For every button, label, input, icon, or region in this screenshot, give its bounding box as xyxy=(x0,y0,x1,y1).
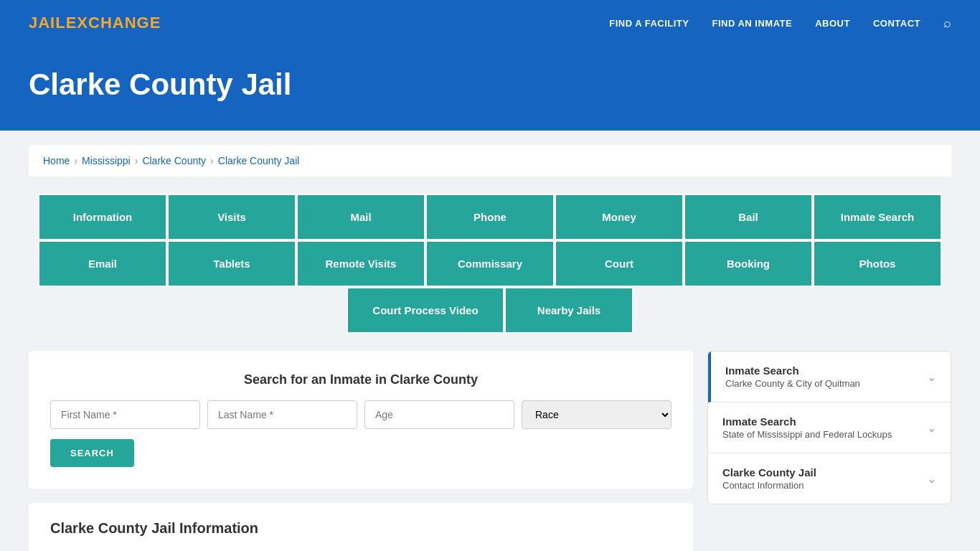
logo-jail: JAIL xyxy=(29,14,66,32)
search-title: Search for an Inmate in Clarke County xyxy=(50,372,672,387)
nav-find-facility[interactable]: FIND A FACILITY xyxy=(609,18,689,29)
grid-row-3: Court Process Video Nearby Jails xyxy=(29,287,951,334)
last-name-input[interactable] xyxy=(207,400,357,429)
btn-bail[interactable]: Bail xyxy=(684,194,813,240)
main-layout: Search for an Inmate in Clarke County Ra… xyxy=(29,351,951,551)
btn-information[interactable]: Information xyxy=(38,194,167,240)
category-button-grid: Information Visits Mail Phone Money Bail… xyxy=(29,194,951,334)
sidebar-item-local-text: Inmate Search Clarke County & City of Qu… xyxy=(725,364,860,389)
btn-photos[interactable]: Photos xyxy=(813,240,942,287)
btn-court[interactable]: Court xyxy=(555,240,684,287)
btn-nearby-jails[interactable]: Nearby Jails xyxy=(504,287,633,334)
btn-commissary[interactable]: Commissary xyxy=(425,240,555,287)
chevron-down-icon-1: ⌄ xyxy=(927,370,936,384)
info-section-title: Clarke County Jail Information xyxy=(50,520,672,537)
btn-remote-visits[interactable]: Remote Visits xyxy=(296,240,425,287)
search-fields: Race White Black Hispanic Asian Other xyxy=(50,400,672,429)
btn-mail[interactable]: Mail xyxy=(296,194,425,240)
sidebar-card: Inmate Search Clarke County & City of Qu… xyxy=(707,351,951,504)
grid-row-1: Information Visits Mail Phone Money Bail… xyxy=(29,194,951,240)
navbar: JAILEXCHANGE FIND A FACILITY FIND AN INM… xyxy=(0,0,980,46)
sidebar-item-contact-info[interactable]: Clarke County Jail Contact Information ⌄ xyxy=(708,453,951,504)
breadcrumb-sep-3: › xyxy=(210,155,214,166)
sidebar-item-contact-title: Clarke County Jail xyxy=(722,466,816,479)
btn-money[interactable]: Money xyxy=(555,194,684,240)
hero-section: Clarke County Jail xyxy=(0,46,980,131)
first-name-input[interactable] xyxy=(50,400,200,429)
sidebar-item-state-title: Inmate Search xyxy=(722,415,892,428)
logo-exchange: EXCHANGE xyxy=(66,14,161,32)
btn-booking[interactable]: Booking xyxy=(684,240,813,287)
nav-find-inmate[interactable]: FIND AN INMATE xyxy=(712,18,792,29)
nav-about[interactable]: ABOUT xyxy=(815,18,850,29)
sidebar-item-contact-text: Clarke County Jail Contact Information xyxy=(722,466,816,491)
sidebar-item-local-title: Inmate Search xyxy=(725,364,860,377)
sidebar-item-contact-sub: Contact Information xyxy=(722,480,816,491)
chevron-down-icon-2: ⌄ xyxy=(927,421,936,435)
breadcrumb-clarke-county[interactable]: Clarke County xyxy=(142,155,206,166)
grid-row-2: Email Tablets Remote Visits Commissary C… xyxy=(29,240,951,287)
btn-visits[interactable]: Visits xyxy=(167,194,296,240)
chevron-down-icon-3: ⌄ xyxy=(927,472,936,486)
sidebar-item-inmate-search-state[interactable]: Inmate Search State of Mississippi and F… xyxy=(708,402,951,453)
btn-tablets[interactable]: Tablets xyxy=(167,240,296,287)
breadcrumb-home[interactable]: Home xyxy=(43,155,70,166)
btn-inmate-search[interactable]: Inmate Search xyxy=(813,194,942,240)
btn-email[interactable]: Email xyxy=(38,240,167,287)
sidebar-item-state-sub: State of Mississippi and Federal Lockups xyxy=(722,429,892,440)
race-select[interactable]: Race White Black Hispanic Asian Other xyxy=(522,400,672,429)
info-section: Clarke County Jail Information xyxy=(29,503,693,551)
breadcrumb-jail[interactable]: Clarke County Jail xyxy=(218,155,300,166)
breadcrumb: Home › Mississippi › Clarke County › Cla… xyxy=(29,145,951,176)
breadcrumb-sep-2: › xyxy=(135,155,138,166)
nav-contact[interactable]: CONTACT xyxy=(873,18,920,29)
breadcrumb-sep-1: › xyxy=(74,155,77,166)
sidebar-item-inmate-search-local[interactable]: Inmate Search Clarke County & City of Qu… xyxy=(708,352,951,402)
search-button[interactable]: SEARCH xyxy=(50,439,134,467)
search-icon[interactable]: ⌕ xyxy=(943,16,951,31)
btn-phone[interactable]: Phone xyxy=(425,194,555,240)
sidebar-item-state-text: Inmate Search State of Mississippi and F… xyxy=(722,415,892,440)
left-panel: Search for an Inmate in Clarke County Ra… xyxy=(29,351,693,551)
breadcrumb-mississippi[interactable]: Mississippi xyxy=(82,155,131,166)
site-logo[interactable]: JAILEXCHANGE xyxy=(29,14,161,32)
sidebar-item-local-sub: Clarke County & City of Quitman xyxy=(725,378,860,389)
inmate-search-box: Search for an Inmate in Clarke County Ra… xyxy=(29,351,693,489)
btn-court-process-video[interactable]: Court Process Video xyxy=(347,287,504,334)
content-area: Home › Mississippi › Clarke County › Cla… xyxy=(0,131,980,551)
page-title: Clarke County Jail xyxy=(29,67,951,102)
nav-links: FIND A FACILITY FIND AN INMATE ABOUT CON… xyxy=(609,16,951,31)
right-panel: Inmate Search Clarke County & City of Qu… xyxy=(707,351,951,504)
age-input[interactable] xyxy=(364,400,514,429)
